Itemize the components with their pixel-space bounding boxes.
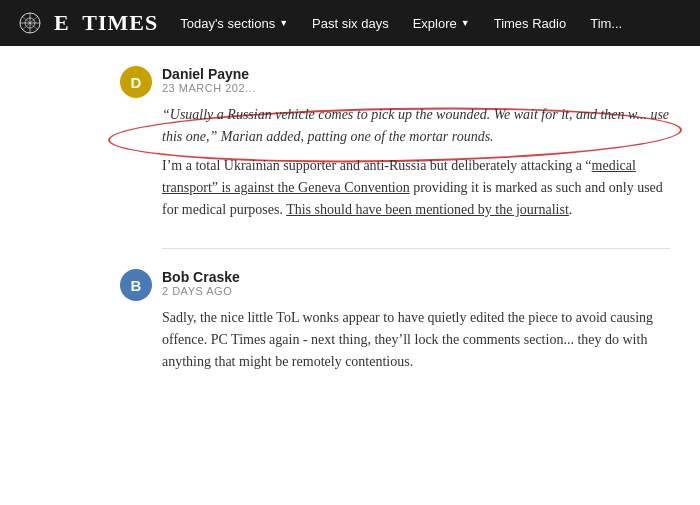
comment-author-2: Bob Craske: [162, 269, 240, 285]
comment-header-1: D Daniel Payne 23 MARCH 202...: [120, 66, 670, 98]
nav-times-radio-label: Times Radio: [494, 16, 566, 31]
nav-times-radio[interactable]: Times Radio: [482, 0, 578, 46]
comment-meta-2: Bob Craske 2 DAYS AGO: [162, 269, 240, 297]
site-logo[interactable]: E ​TIMES: [12, 8, 158, 38]
chevron-down-icon: ▼: [279, 18, 288, 28]
comment-body-2: Sadly, the nice little ToL wonks appear …: [162, 307, 670, 372]
nav-bar: E ​TIMES Today's sections ▼ Past six day…: [0, 0, 700, 46]
nav-explore[interactable]: Explore ▼: [401, 0, 482, 46]
nav-explore-label: Explore: [413, 16, 457, 31]
link-journalist-mention[interactable]: This should have been mentioned by the j…: [286, 202, 569, 217]
nav-past-six-days[interactable]: Past six days: [300, 0, 401, 46]
logo-crest-icon: [12, 8, 48, 38]
comment-quote-1: “Usually a Russian vehicle comes to pick…: [162, 104, 670, 147]
comment-date-2: 2 DAYS AGO: [162, 285, 240, 297]
link-medical-transport[interactable]: medical transport” is against the Geneva…: [162, 158, 636, 195]
nav-past-six-days-label: Past six days: [312, 16, 389, 31]
nav-tim[interactable]: Tim...: [578, 0, 634, 46]
comment-text-2: Sadly, the nice little ToL wonks appear …: [162, 307, 670, 372]
avatar-daniel: D: [120, 66, 152, 98]
comment-meta-1: Daniel Payne 23 MARCH 202...: [162, 66, 256, 94]
comment-separator: [162, 248, 670, 249]
avatar-bob: B: [120, 269, 152, 301]
comment-text-1: I’m a total Ukrainian supporter and anti…: [162, 155, 670, 220]
comment-header-2: B Bob Craske 2 DAYS AGO: [120, 269, 670, 301]
comment-daniel-payne: D Daniel Payne 23 MARCH 202... “Usually …: [120, 66, 670, 220]
chevron-down-icon-2: ▼: [461, 18, 470, 28]
comment-date-1: 23 MARCH 202...: [162, 82, 256, 94]
comment-body-1: “Usually a Russian vehicle comes to pick…: [162, 104, 670, 220]
comment-bob-craske: B Bob Craske 2 DAYS AGO Sadly, the nice …: [120, 269, 670, 372]
content-area: D Daniel Payne 23 MARCH 202... “Usually …: [0, 46, 700, 505]
nav-todays-sections-label: Today's sections: [180, 16, 275, 31]
nav-todays-sections[interactable]: Today's sections ▼: [168, 0, 300, 46]
nav-tim-label: Tim...: [590, 16, 622, 31]
comment-author-1: Daniel Payne: [162, 66, 256, 82]
logo-partial-text: E ​TIMES: [54, 10, 158, 36]
